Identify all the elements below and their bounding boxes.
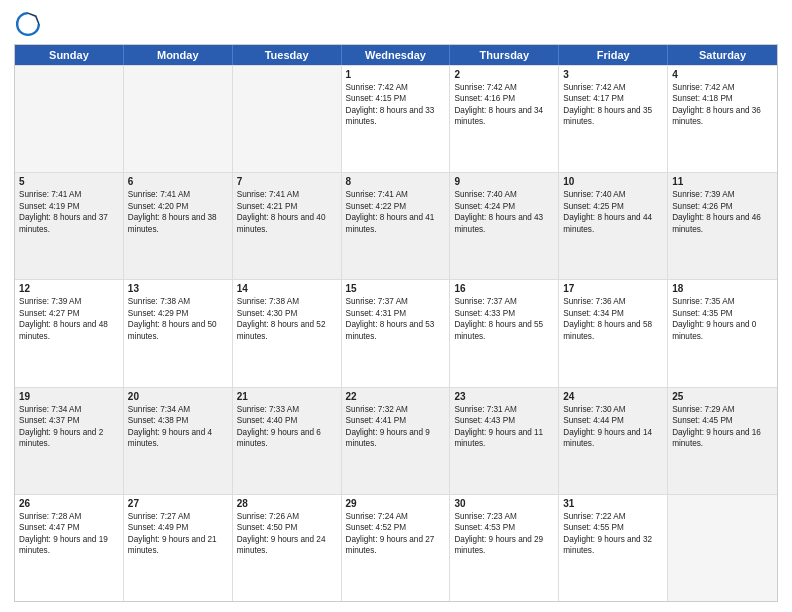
cal-cell: 25Sunrise: 7:29 AM Sunset: 4:45 PM Dayli…	[668, 388, 777, 494]
calendar-row-5: 26Sunrise: 7:28 AM Sunset: 4:47 PM Dayli…	[15, 494, 777, 601]
cal-cell: 23Sunrise: 7:31 AM Sunset: 4:43 PM Dayli…	[450, 388, 559, 494]
cell-info: Sunrise: 7:38 AM Sunset: 4:30 PM Dayligh…	[237, 296, 337, 342]
day-number: 11	[672, 176, 773, 187]
cal-cell: 3Sunrise: 7:42 AM Sunset: 4:17 PM Daylig…	[559, 66, 668, 172]
day-number: 27	[128, 498, 228, 509]
cal-cell	[668, 495, 777, 601]
cal-cell: 5Sunrise: 7:41 AM Sunset: 4:19 PM Daylig…	[15, 173, 124, 279]
cal-cell: 2Sunrise: 7:42 AM Sunset: 4:16 PM Daylig…	[450, 66, 559, 172]
cal-cell: 15Sunrise: 7:37 AM Sunset: 4:31 PM Dayli…	[342, 280, 451, 386]
cell-info: Sunrise: 7:23 AM Sunset: 4:53 PM Dayligh…	[454, 511, 554, 557]
day-number: 4	[672, 69, 773, 80]
cell-info: Sunrise: 7:42 AM Sunset: 4:17 PM Dayligh…	[563, 82, 663, 128]
cal-cell: 22Sunrise: 7:32 AM Sunset: 4:41 PM Dayli…	[342, 388, 451, 494]
calendar-row-2: 5Sunrise: 7:41 AM Sunset: 4:19 PM Daylig…	[15, 172, 777, 279]
cell-info: Sunrise: 7:38 AM Sunset: 4:29 PM Dayligh…	[128, 296, 228, 342]
day-number: 12	[19, 283, 119, 294]
cal-cell: 7Sunrise: 7:41 AM Sunset: 4:21 PM Daylig…	[233, 173, 342, 279]
calendar-row-3: 12Sunrise: 7:39 AM Sunset: 4:27 PM Dayli…	[15, 279, 777, 386]
cell-info: Sunrise: 7:26 AM Sunset: 4:50 PM Dayligh…	[237, 511, 337, 557]
day-number: 7	[237, 176, 337, 187]
cal-cell	[15, 66, 124, 172]
day-number: 23	[454, 391, 554, 402]
weekday-header-tuesday: Tuesday	[233, 45, 342, 65]
day-number: 20	[128, 391, 228, 402]
cal-cell: 19Sunrise: 7:34 AM Sunset: 4:37 PM Dayli…	[15, 388, 124, 494]
weekday-header-monday: Monday	[124, 45, 233, 65]
cell-info: Sunrise: 7:37 AM Sunset: 4:33 PM Dayligh…	[454, 296, 554, 342]
cell-info: Sunrise: 7:24 AM Sunset: 4:52 PM Dayligh…	[346, 511, 446, 557]
day-number: 18	[672, 283, 773, 294]
weekday-header-wednesday: Wednesday	[342, 45, 451, 65]
cell-info: Sunrise: 7:37 AM Sunset: 4:31 PM Dayligh…	[346, 296, 446, 342]
cal-cell: 4Sunrise: 7:42 AM Sunset: 4:18 PM Daylig…	[668, 66, 777, 172]
cell-info: Sunrise: 7:34 AM Sunset: 4:38 PM Dayligh…	[128, 404, 228, 450]
day-number: 1	[346, 69, 446, 80]
cell-info: Sunrise: 7:30 AM Sunset: 4:44 PM Dayligh…	[563, 404, 663, 450]
cell-info: Sunrise: 7:41 AM Sunset: 4:20 PM Dayligh…	[128, 189, 228, 235]
day-number: 8	[346, 176, 446, 187]
day-number: 29	[346, 498, 446, 509]
cal-cell: 18Sunrise: 7:35 AM Sunset: 4:35 PM Dayli…	[668, 280, 777, 386]
cell-info: Sunrise: 7:42 AM Sunset: 4:16 PM Dayligh…	[454, 82, 554, 128]
cell-info: Sunrise: 7:42 AM Sunset: 4:15 PM Dayligh…	[346, 82, 446, 128]
cal-cell	[124, 66, 233, 172]
weekday-header-friday: Friday	[559, 45, 668, 65]
cal-cell: 29Sunrise: 7:24 AM Sunset: 4:52 PM Dayli…	[342, 495, 451, 601]
cell-info: Sunrise: 7:34 AM Sunset: 4:37 PM Dayligh…	[19, 404, 119, 450]
cal-cell: 6Sunrise: 7:41 AM Sunset: 4:20 PM Daylig…	[124, 173, 233, 279]
logo-icon	[14, 10, 42, 38]
calendar: SundayMondayTuesdayWednesdayThursdayFrid…	[14, 44, 778, 602]
cal-cell: 1Sunrise: 7:42 AM Sunset: 4:15 PM Daylig…	[342, 66, 451, 172]
cal-cell: 24Sunrise: 7:30 AM Sunset: 4:44 PM Dayli…	[559, 388, 668, 494]
cell-info: Sunrise: 7:33 AM Sunset: 4:40 PM Dayligh…	[237, 404, 337, 450]
day-number: 30	[454, 498, 554, 509]
calendar-row-4: 19Sunrise: 7:34 AM Sunset: 4:37 PM Dayli…	[15, 387, 777, 494]
header	[14, 10, 778, 38]
logo	[14, 10, 46, 38]
cell-info: Sunrise: 7:29 AM Sunset: 4:45 PM Dayligh…	[672, 404, 773, 450]
cell-info: Sunrise: 7:35 AM Sunset: 4:35 PM Dayligh…	[672, 296, 773, 342]
cell-info: Sunrise: 7:28 AM Sunset: 4:47 PM Dayligh…	[19, 511, 119, 557]
cal-cell: 10Sunrise: 7:40 AM Sunset: 4:25 PM Dayli…	[559, 173, 668, 279]
day-number: 19	[19, 391, 119, 402]
day-number: 31	[563, 498, 663, 509]
calendar-body: 1Sunrise: 7:42 AM Sunset: 4:15 PM Daylig…	[15, 65, 777, 601]
cell-info: Sunrise: 7:41 AM Sunset: 4:21 PM Dayligh…	[237, 189, 337, 235]
cal-cell	[233, 66, 342, 172]
cal-cell: 13Sunrise: 7:38 AM Sunset: 4:29 PM Dayli…	[124, 280, 233, 386]
day-number: 22	[346, 391, 446, 402]
day-number: 9	[454, 176, 554, 187]
day-number: 14	[237, 283, 337, 294]
cell-info: Sunrise: 7:42 AM Sunset: 4:18 PM Dayligh…	[672, 82, 773, 128]
day-number: 26	[19, 498, 119, 509]
cell-info: Sunrise: 7:39 AM Sunset: 4:27 PM Dayligh…	[19, 296, 119, 342]
cell-info: Sunrise: 7:32 AM Sunset: 4:41 PM Dayligh…	[346, 404, 446, 450]
cell-info: Sunrise: 7:22 AM Sunset: 4:55 PM Dayligh…	[563, 511, 663, 557]
cell-info: Sunrise: 7:41 AM Sunset: 4:22 PM Dayligh…	[346, 189, 446, 235]
cal-cell: 28Sunrise: 7:26 AM Sunset: 4:50 PM Dayli…	[233, 495, 342, 601]
cal-cell: 20Sunrise: 7:34 AM Sunset: 4:38 PM Dayli…	[124, 388, 233, 494]
day-number: 6	[128, 176, 228, 187]
cal-cell: 8Sunrise: 7:41 AM Sunset: 4:22 PM Daylig…	[342, 173, 451, 279]
cal-cell: 14Sunrise: 7:38 AM Sunset: 4:30 PM Dayli…	[233, 280, 342, 386]
weekday-header-saturday: Saturday	[668, 45, 777, 65]
cal-cell: 26Sunrise: 7:28 AM Sunset: 4:47 PM Dayli…	[15, 495, 124, 601]
weekday-header-thursday: Thursday	[450, 45, 559, 65]
cal-cell: 12Sunrise: 7:39 AM Sunset: 4:27 PM Dayli…	[15, 280, 124, 386]
day-number: 28	[237, 498, 337, 509]
day-number: 2	[454, 69, 554, 80]
day-number: 10	[563, 176, 663, 187]
cell-info: Sunrise: 7:27 AM Sunset: 4:49 PM Dayligh…	[128, 511, 228, 557]
day-number: 5	[19, 176, 119, 187]
day-number: 24	[563, 391, 663, 402]
calendar-row-1: 1Sunrise: 7:42 AM Sunset: 4:15 PM Daylig…	[15, 65, 777, 172]
calendar-header-row: SundayMondayTuesdayWednesdayThursdayFrid…	[15, 45, 777, 65]
day-number: 3	[563, 69, 663, 80]
day-number: 25	[672, 391, 773, 402]
cell-info: Sunrise: 7:41 AM Sunset: 4:19 PM Dayligh…	[19, 189, 119, 235]
cell-info: Sunrise: 7:39 AM Sunset: 4:26 PM Dayligh…	[672, 189, 773, 235]
page: SundayMondayTuesdayWednesdayThursdayFrid…	[0, 0, 792, 612]
cell-info: Sunrise: 7:36 AM Sunset: 4:34 PM Dayligh…	[563, 296, 663, 342]
cal-cell: 21Sunrise: 7:33 AM Sunset: 4:40 PM Dayli…	[233, 388, 342, 494]
